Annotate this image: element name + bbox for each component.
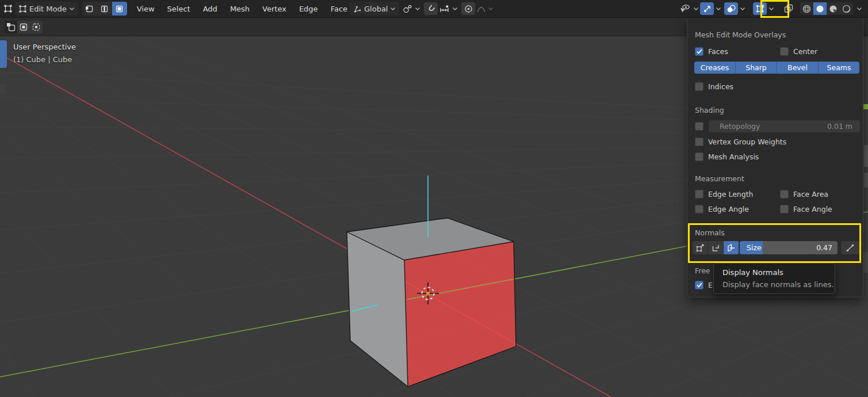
right-sliver-mark-3: [863, 252, 868, 273]
menu-vertex[interactable]: Vertex: [256, 5, 293, 13]
indices-checkbox-row[interactable]: Indices: [695, 82, 733, 91]
gizmo-dropdown[interactable]: [714, 7, 723, 11]
select-mode-subtract-button[interactable]: [30, 21, 43, 33]
vertex-group-weights-label: Vertex Group Weights: [708, 138, 786, 146]
split-normals-button[interactable]: [708, 241, 724, 254]
gizmo-controls: [700, 2, 723, 15]
edit-mode-overlays-dropdown[interactable]: [767, 7, 776, 11]
seams-button[interactable]: Seams: [819, 62, 859, 74]
falloff-dropdown[interactable]: [477, 2, 494, 16]
vertex-group-weights-row[interactable]: Vertex Group Weights: [695, 138, 786, 146]
select-mode-set-button[interactable]: [5, 21, 17, 33]
retopology-checkbox[interactable]: [695, 122, 703, 131]
overlay-controls: [724, 2, 747, 15]
menu-mesh[interactable]: Mesh: [224, 5, 256, 13]
constant-screen-size-button[interactable]: [841, 241, 859, 254]
edge-length-row[interactable]: Edge Length: [695, 190, 754, 199]
freestyle-section-title-partial: Free: [695, 266, 710, 275]
face-select-icon: [115, 5, 124, 13]
vertex-group-weights-checkbox[interactable]: [695, 138, 703, 146]
gizmo-icon: [703, 5, 712, 13]
shading-section-title: Shading: [695, 106, 724, 114]
shading-dropdown[interactable]: [854, 7, 865, 11]
edge-angle-checkbox[interactable]: [695, 205, 703, 213]
edge-angle-row[interactable]: Edge Angle: [695, 205, 749, 213]
size-value: 0.47: [816, 243, 832, 252]
active-tool-button[interactable]: [0, 40, 7, 68]
center-checkbox-row[interactable]: Center: [780, 47, 817, 56]
pivot-point-dropdown[interactable]: [403, 2, 420, 16]
sharp-button[interactable]: Sharp: [736, 62, 777, 74]
overlays-dropdown[interactable]: [738, 7, 747, 11]
menu-add[interactable]: Add: [197, 5, 224, 13]
split-normals-icon: [711, 243, 720, 253]
object-visibility-dropdown[interactable]: [679, 2, 699, 16]
face-normals-icon: [726, 243, 736, 253]
edit-mode-overlays-button[interactable]: [753, 2, 767, 15]
wireframe-icon: [802, 5, 811, 13]
edge-select-button[interactable]: [97, 2, 112, 16]
chevron-down-icon: [415, 7, 420, 11]
face-angle-checkbox[interactable]: [780, 205, 789, 213]
right-sliver-mark-2: [864, 173, 868, 188]
xray-toggle-button[interactable]: [782, 2, 796, 15]
indices-label: Indices: [708, 82, 733, 91]
indices-checkbox[interactable]: [695, 82, 703, 91]
solid-shading-button[interactable]: [813, 2, 827, 15]
normals-size-slider[interactable]: Size 0.47: [740, 241, 838, 254]
face-area-row[interactable]: Face Area: [780, 190, 828, 199]
mesh-analysis-label: Mesh Analysis: [708, 152, 759, 161]
face-normals-button[interactable]: [724, 241, 739, 254]
normals-display-buttons: [693, 241, 739, 254]
face-angle-row[interactable]: Face Angle: [780, 205, 832, 213]
faces-checkbox[interactable]: [695, 47, 703, 56]
vertex-normals-button[interactable]: [693, 241, 708, 254]
shading-mode-group: [800, 2, 853, 15]
header-right-controls: [679, 2, 865, 16]
eye-pointer-icon: [679, 4, 691, 13]
edge-length-label: Edge Length: [708, 190, 754, 199]
chevron-down-icon: [693, 7, 699, 11]
rendered-shading-button[interactable]: [840, 2, 853, 15]
wireframe-shading-button[interactable]: [800, 2, 813, 15]
bevel-button[interactable]: Bevel: [777, 62, 819, 74]
menu-select[interactable]: Select: [161, 5, 197, 13]
view-label: User Perspective: [13, 43, 76, 51]
snap-target-dropdown[interactable]: [439, 2, 458, 16]
edge-marks-checkbox[interactable]: [695, 281, 703, 289]
transform-orientation-dropdown[interactable]: Global: [350, 2, 399, 16]
faces-checkbox-row[interactable]: Faces: [695, 47, 728, 56]
creases-button[interactable]: Creases: [694, 62, 736, 74]
snap-toggle-button[interactable]: [424, 2, 438, 15]
chevron-down-icon: [452, 7, 458, 11]
menu-view[interactable]: View: [131, 5, 161, 13]
face-select-button[interactable]: [112, 2, 127, 16]
show-overlays-button[interactable]: [724, 2, 738, 15]
chevron-down-icon: [716, 7, 721, 11]
material-shading-button[interactable]: [827, 2, 840, 15]
tool-button[interactable]: [0, 84, 6, 94]
select-mode-extend-button[interactable]: [17, 21, 30, 33]
chevron-down-icon: [390, 7, 396, 11]
mesh-analysis-checkbox[interactable]: [695, 152, 703, 161]
snap-target-icon: [439, 5, 450, 13]
face-area-checkbox[interactable]: [780, 190, 789, 199]
menu-edge[interactable]: Edge: [293, 5, 324, 13]
proportional-edit-button[interactable]: [461, 2, 475, 15]
edge-length-checkbox[interactable]: [695, 190, 703, 199]
mesh-analysis-row[interactable]: Mesh Analysis: [695, 152, 759, 161]
vertex-select-button[interactable]: [82, 2, 97, 16]
mode-selector[interactable]: Edit Mode: [15, 2, 78, 16]
select-extend-icon: [19, 22, 28, 32]
retopology-checkbox-row[interactable]: [695, 122, 703, 131]
xray-icon: [784, 4, 793, 13]
vertex-select-icon: [85, 5, 94, 13]
show-gizmo-button[interactable]: [700, 2, 714, 15]
overlays-icon: [726, 5, 736, 13]
viewport-info-text: User Perspective (1) Cube | Cube: [13, 43, 76, 64]
chevron-down-icon: [740, 7, 745, 11]
edge-marks-row[interactable]: E: [695, 281, 713, 289]
retopology-slider[interactable]: Retopology 0.01 m: [709, 120, 860, 132]
editor-type-button[interactable]: [3, 2, 13, 16]
center-checkbox[interactable]: [780, 47, 789, 56]
